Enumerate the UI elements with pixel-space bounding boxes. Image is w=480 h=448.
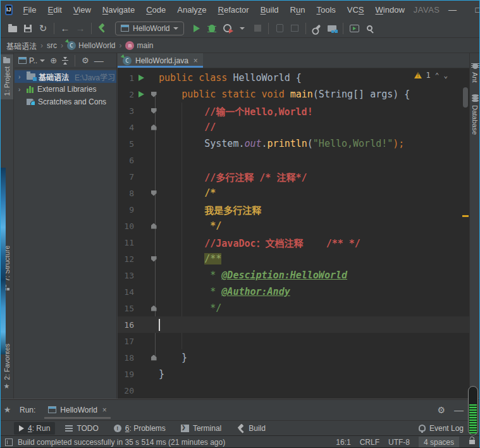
menu-window[interactable]: Window	[371, 3, 410, 17]
sync-button[interactable]: ↻	[35, 21, 51, 36]
menu-navigate[interactable]: Navigate	[97, 3, 140, 17]
settings-button[interactable]	[309, 21, 324, 36]
stop-button[interactable]	[250, 21, 265, 36]
debug-button[interactable]	[204, 21, 219, 36]
fold-marker-icon[interactable]	[149, 306, 159, 311]
code-line-15[interactable]: 15 */	[118, 300, 469, 316]
breadcrumb-method[interactable]: main	[137, 41, 153, 50]
coverage-button[interactable]	[219, 21, 235, 36]
menu-view[interactable]: View	[68, 3, 96, 17]
code-line-18[interactable]: 18 }	[118, 349, 469, 366]
project-view-dropdown[interactable]: P..	[18, 56, 45, 65]
tree-row-external-libraries[interactable]: › External Libraries	[15, 83, 116, 96]
fold-marker-icon[interactable]	[149, 355, 159, 361]
chevron-right-icon[interactable]: ›	[18, 86, 23, 93]
menu-refactor[interactable]: Refactor	[213, 3, 254, 17]
code-line-12[interactable]: 12 /**	[118, 251, 469, 267]
code-line-7[interactable]: 7 //多行注释 /* 注释*/	[118, 168, 469, 185]
status-panel-icon[interactable]	[5, 439, 13, 446]
menu-tools[interactable]: Tools	[311, 3, 340, 17]
prev-warning-button[interactable]: ⌃	[435, 72, 440, 79]
run-gutter-icon[interactable]	[134, 91, 149, 97]
run-configuration-select[interactable]: HelloWorld	[115, 22, 184, 35]
run-gutter-icon[interactable]	[134, 75, 149, 81]
hide-panel-button[interactable]: —	[454, 405, 464, 414]
minimize-button[interactable]: —	[440, 0, 465, 19]
open-button[interactable]	[5, 21, 20, 36]
project-structure-button[interactable]	[324, 21, 340, 36]
tab-helloworld-java[interactable]: C HelloWorld.java ×	[118, 53, 203, 68]
update-classes-button[interactable]	[287, 21, 302, 36]
next-warning-button[interactable]: ⌄	[443, 72, 448, 79]
chevron-right-icon[interactable]: ›	[18, 73, 23, 80]
code-line-17[interactable]: 17	[118, 333, 469, 349]
build-button[interactable]	[95, 21, 110, 36]
code-line-16[interactable]: 16	[118, 316, 469, 333]
menu-build[interactable]: Build	[255, 3, 284, 17]
save-button[interactable]	[20, 21, 35, 36]
code-line-11[interactable]: 11 //JavaDoc：文档注释 /** */	[118, 234, 469, 251]
fold-marker-icon[interactable]	[149, 256, 159, 262]
fold-marker-icon[interactable]	[149, 190, 159, 196]
warning-stripe-mark[interactable]	[462, 215, 469, 217]
sidebar-item-project[interactable]: 1: Project	[0, 54, 13, 99]
fold-marker-icon[interactable]	[149, 125, 159, 130]
code-line-10[interactable]: 10 */	[118, 218, 469, 234]
locate-file-button[interactable]: ⊕	[50, 56, 57, 65]
code-area[interactable]: 1public class HelloWorld {2 public stati…	[118, 68, 469, 399]
run-star-icon[interactable]: ★	[0, 405, 15, 414]
run-tab-helloworld[interactable]: HelloWorld ×	[44, 400, 110, 420]
lock-icon[interactable]	[469, 440, 475, 444]
sidebar-item-ant[interactable]: Ant	[470, 59, 480, 87]
menu-run[interactable]: Run	[285, 3, 311, 17]
line-separator[interactable]: CRLF	[360, 438, 379, 447]
maximize-button[interactable]: □	[465, 0, 480, 19]
code-line-5[interactable]: 5 System.out.println("Hello,World!");	[118, 135, 469, 152]
inspection-widget[interactable]: 1 ⌃ ⌄	[414, 71, 448, 80]
tree-row-scratches[interactable]: Scratches and Cons	[15, 96, 116, 108]
hide-panel-button[interactable]: —	[94, 56, 104, 65]
close-tab-icon[interactable]: ×	[194, 56, 198, 65]
breadcrumb-src[interactable]: src	[47, 41, 57, 50]
code-line-4[interactable]: 4 //	[118, 119, 469, 135]
menu-edit[interactable]: Edit	[42, 3, 66, 17]
attach-debugger-button[interactable]	[272, 21, 287, 36]
collapse-all-button[interactable]	[62, 57, 68, 65]
search-everywhere-button[interactable]	[362, 21, 377, 36]
menu-code[interactable]: Code	[141, 3, 171, 17]
fold-marker-icon[interactable]	[149, 92, 159, 97]
close-tab-icon[interactable]: ×	[102, 406, 107, 414]
code-line-8[interactable]: 8 /*	[118, 185, 469, 201]
run-anything-button[interactable]	[347, 21, 362, 36]
code-line-6[interactable]: 6	[118, 152, 469, 168]
back-button[interactable]: ←	[58, 21, 73, 36]
code-line-20[interactable]: 20	[118, 382, 469, 399]
menu-file[interactable]: File	[18, 3, 42, 17]
code-line-13[interactable]: 13 * @Desciption:HelloWorld	[118, 267, 469, 283]
run-button[interactable]	[189, 21, 204, 36]
toolbar-item-todo[interactable]: TODO	[60, 422, 103, 435]
fold-marker-icon[interactable]	[149, 223, 159, 229]
editor-scrollbar[interactable]	[463, 87, 468, 108]
fold-marker-icon[interactable]	[149, 108, 159, 114]
profiler-dropdown-button[interactable]	[235, 21, 250, 36]
menu-analyze[interactable]: Analyze	[172, 3, 211, 17]
forward-button[interactable]: →	[73, 21, 88, 36]
gear-icon[interactable]: ⚙	[437, 406, 445, 414]
code-line-9[interactable]: 9 我是多行注释	[118, 201, 469, 218]
breadcrumb-class[interactable]: HelloWorld	[78, 41, 115, 50]
sidebar-item-database[interactable]: Database	[470, 90, 480, 139]
toolbar-item-run[interactable]: 4: Run	[14, 422, 55, 435]
file-encoding[interactable]: UTF-8	[388, 438, 410, 447]
tree-row-module[interactable]: › 基础语法 E:\Java学习	[15, 70, 116, 83]
caret-position[interactable]: 16:1	[336, 438, 350, 447]
code-line-14[interactable]: 14 * @Author:Andy	[118, 283, 469, 300]
indent-setting[interactable]: 4 spaces	[419, 437, 459, 448]
toolbar-item-terminal[interactable]: ❯ Terminal	[176, 422, 226, 435]
toolbar-item-problems[interactable]: ! 6: Problems	[109, 422, 171, 435]
toolbar-item-build[interactable]: Build	[231, 422, 271, 435]
code-line-2[interactable]: 2 public static void main(String[] args)…	[118, 86, 469, 103]
toolbar-item-event-log[interactable]: Event Log	[419, 424, 464, 433]
gear-icon[interactable]: ⚙	[82, 56, 89, 65]
code-line-3[interactable]: 3 //输一个Hello,World!	[118, 103, 469, 119]
